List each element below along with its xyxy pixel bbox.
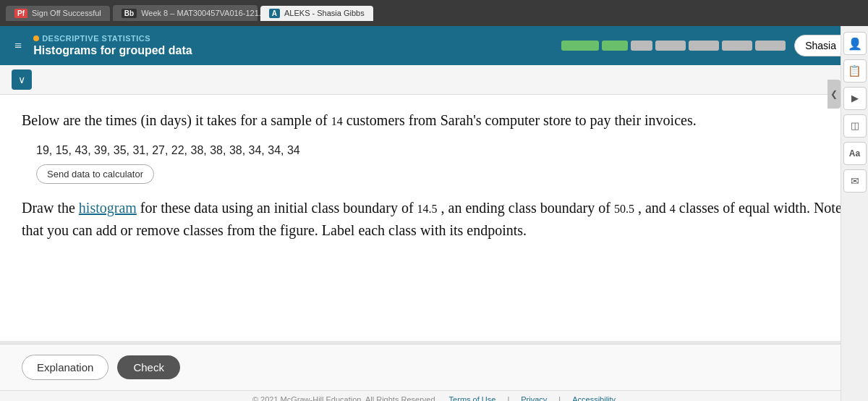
- tab-sign-off-label: Sign Off Successful: [32, 9, 101, 17]
- collapse-button[interactable]: ∨: [12, 69, 32, 90]
- progress-bar: [561, 41, 786, 51]
- right-sidebar: 👤 📋 ▶ ◫ Aa ✉: [841, 26, 868, 401]
- hamburger-menu-icon[interactable]: ≡: [12, 35, 25, 56]
- progress-seg-7: [755, 41, 786, 51]
- side-collapse-chevron[interactable]: ❮: [827, 80, 841, 109]
- tab-sign-off[interactable]: Pf Sign Off Successful: [6, 6, 110, 21]
- tab-aleks[interactable]: A ALEKS - Shasia Gibbs: [260, 6, 373, 21]
- progress-seg-3: [631, 41, 652, 51]
- aleks-tab-icon: A: [269, 9, 280, 18]
- aleks-header: ≡ DESCRIPTIVE STATISTICS Histograms for …: [0, 26, 868, 65]
- progress-seg-5: [689, 41, 719, 51]
- copyright-text: © 2021 McGraw-Hill Education. All Rights…: [252, 395, 438, 402]
- problem-intro-text: Below are the times (in days) it takes f…: [22, 109, 846, 131]
- collapse-row: ∨: [0, 65, 868, 95]
- tab-aleks-label: ALEKS - Shasia Gibbs: [284, 9, 365, 17]
- footer-separator-2: |: [558, 395, 561, 402]
- histogram-link[interactable]: histogram: [79, 200, 137, 216]
- sidebar-table-icon[interactable]: 📋: [843, 59, 867, 83]
- tab-week8[interactable]: Bb Week 8 – MAT300457VA016-121... ✕: [113, 5, 258, 21]
- draw-histogram-text: Draw the histogram for these data using …: [22, 197, 846, 242]
- chevron-down-icon: ∨: [18, 74, 25, 85]
- footer-separator-1: |: [507, 395, 509, 402]
- topic-dot-icon: [33, 35, 39, 41]
- bottom-bar: Explanation Check: [0, 344, 868, 390]
- browser-chrome: Pf Sign Off Successful Bb Week 8 – MAT30…: [0, 0, 868, 26]
- check-button[interactable]: Check: [117, 355, 180, 379]
- data-values: 19, 15, 43, 39, 35, 31, 27, 22, 38, 38, …: [36, 144, 846, 157]
- sidebar-grid-icon[interactable]: ◫: [843, 114, 867, 138]
- accessibility-link[interactable]: Accessibility: [572, 395, 616, 402]
- footer: © 2021 McGraw-Hill Education. All Rights…: [0, 390, 868, 401]
- tab-week8-label: Week 8 – MAT300457VA016-121...: [141, 9, 265, 17]
- terms-link[interactable]: Terms of Use: [449, 395, 496, 402]
- sidebar-text-icon[interactable]: Aa: [843, 142, 867, 165]
- bb-icon: Bb: [122, 9, 137, 18]
- privacy-link[interactable]: Privacy: [521, 395, 547, 402]
- progress-seg-4: [655, 41, 686, 51]
- sidebar-mail-icon[interactable]: ✉: [843, 169, 867, 193]
- progress-seg-2: [602, 41, 628, 51]
- pf-icon: Pf: [14, 9, 27, 18]
- sidebar-play-icon[interactable]: ▶: [843, 87, 867, 110]
- explanation-button[interactable]: Explanation: [22, 355, 109, 380]
- main-content: Below are the times (in days) it takes f…: [0, 95, 868, 341]
- progress-seg-6: [722, 41, 752, 51]
- progress-seg-1: [561, 41, 599, 51]
- sidebar-person-icon[interactable]: 👤: [843, 32, 867, 55]
- header-topic: DESCRIPTIVE STATISTICS Histograms for gr…: [33, 34, 553, 57]
- topic-label: DESCRIPTIVE STATISTICS: [33, 34, 553, 43]
- user-name-label: Shasia: [805, 40, 836, 51]
- send-data-button[interactable]: Send data to calculator: [36, 164, 154, 184]
- topic-title: Histograms for grouped data: [33, 44, 553, 57]
